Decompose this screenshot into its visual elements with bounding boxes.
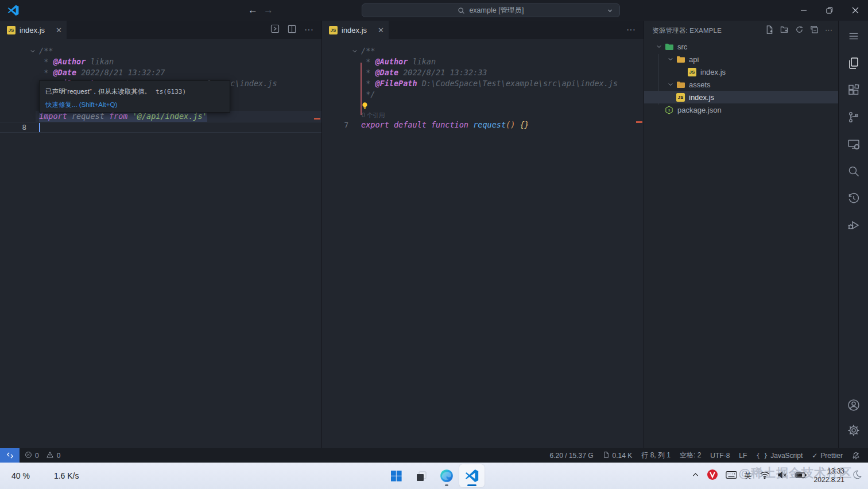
editor-left[interactable]: /** * @Author likan * @Date 2022/8/21 13… <box>0 39 321 448</box>
new-folder-icon[interactable] <box>780 25 789 36</box>
explorer-item-package.json[interactable]: spackage.json <box>644 103 838 116</box>
code-line[interactable]: * @Date 2022/8/21 13:32:33 <box>322 67 644 78</box>
task-view-button[interactable] <box>409 464 434 487</box>
collapse-all-icon[interactable] <box>810 25 819 36</box>
volume-muted-icon[interactable] <box>777 471 788 482</box>
vscode-taskbar-button[interactable] <box>459 464 485 487</box>
forward-arrow-icon[interactable]: → <box>264 5 273 16</box>
tree-chevron-icon[interactable] <box>665 82 676 87</box>
remote-explorer-icon[interactable] <box>846 137 861 152</box>
tab-close-icon[interactable]: ✕ <box>378 26 384 34</box>
more-actions-icon[interactable]: ··· <box>626 25 636 35</box>
fold-slot <box>348 67 361 78</box>
lightbulb-icon[interactable] <box>361 102 369 110</box>
explorer-item-index.js[interactable]: JSindex.js <box>644 66 838 78</box>
code-line[interactable]: 7export default function request() {} <box>322 120 644 130</box>
editor-right[interactable]: /** * @Author likan * @Date 2022/8/21 13… <box>322 39 644 448</box>
command-center-search[interactable]: example [管理员] <box>362 3 620 17</box>
close-icon[interactable] <box>842 0 868 21</box>
tree-chevron-icon[interactable] <box>653 44 665 49</box>
file-label: assets <box>689 80 711 89</box>
tree-chevron-icon[interactable] <box>665 56 676 62</box>
notifications-muted-icon[interactable] <box>852 452 860 460</box>
search-icon[interactable] <box>846 164 861 179</box>
tray-clock[interactable]: 13:33 2022.8.21 <box>814 467 844 484</box>
history-icon[interactable] <box>846 191 861 206</box>
code-line[interactable]: /** <box>0 45 321 56</box>
tab-index-js-left[interactable]: JS index.js ✕ <box>0 21 67 39</box>
touch-keyboard-icon[interactable] <box>726 471 737 482</box>
file-label: package.json <box>677 106 722 114</box>
code-line[interactable]: */ <box>322 89 644 100</box>
refresh-icon[interactable] <box>795 25 804 36</box>
codelens-references[interactable]: 0 个引用 <box>322 111 644 120</box>
tray-chevron-up-icon[interactable] <box>692 471 699 481</box>
code-line[interactable]: * @Author likan <box>0 56 321 67</box>
code-line[interactable]: /** <box>322 45 644 56</box>
code-line[interactable] <box>322 100 644 111</box>
explorer-item-index.js[interactable]: JSindex.js <box>644 91 838 103</box>
minimize-icon[interactable] <box>790 0 816 21</box>
code-line[interactable]: * @Date 2022/8/21 13:32:27 <box>0 67 321 78</box>
line-content: /** <box>39 45 53 56</box>
text-cursor <box>39 123 40 132</box>
eol-sequence[interactable]: LF <box>739 452 747 460</box>
indentation[interactable]: 空格: 2 <box>680 451 701 460</box>
cursor-position[interactable]: 行 8, 列 1 <box>641 451 671 460</box>
fold-chevron-icon[interactable] <box>26 45 39 56</box>
code-token: @FilePath <box>375 78 417 89</box>
code-token: function <box>431 120 468 130</box>
v2ray-icon[interactable] <box>707 469 718 483</box>
extensions-icon[interactable] <box>846 83 861 98</box>
split-editor-icon[interactable] <box>288 25 296 36</box>
back-arrow-icon[interactable]: ← <box>248 5 258 16</box>
tab-close-icon[interactable]: ✕ <box>56 26 62 34</box>
tab-index-js-right[interactable]: JS index.js ✕ <box>322 21 389 39</box>
explorer-item-api[interactable]: api <box>644 53 838 66</box>
new-file-icon[interactable] <box>765 25 774 36</box>
network-speed[interactable]: 1.6 K/s <box>54 471 79 480</box>
js-icon: JS <box>676 93 687 102</box>
quick-fix-link[interactable]: 快速修复... (Shift+Alt+Q) <box>45 101 224 109</box>
night-mode-icon[interactable] <box>852 469 862 482</box>
cpu-usage[interactable]: 40 % <box>11 471 30 480</box>
more-actions-icon[interactable]: ··· <box>304 25 313 35</box>
line-number <box>322 56 348 67</box>
battery-icon[interactable] <box>795 471 807 481</box>
encoding[interactable]: UTF-8 <box>710 452 730 460</box>
svg-text:s: s <box>668 107 670 113</box>
account-icon[interactable] <box>846 398 861 413</box>
errors-count[interactable]: 0 <box>35 452 39 460</box>
code-line[interactable]: * @FilePath D:\CodeSpace\Test\example\sr… <box>322 78 644 89</box>
edge-browser-button[interactable] <box>434 464 459 487</box>
settings-gear-icon[interactable] <box>846 423 861 438</box>
more-actions-icon[interactable]: ··· <box>825 25 832 36</box>
chevron-down-icon[interactable] <box>606 7 614 16</box>
explorer-icon[interactable] <box>846 56 861 71</box>
code-line[interactable]: * @Author likan <box>322 56 644 67</box>
language-mode[interactable]: { } JavaScript <box>756 452 803 460</box>
run-debug-icon[interactable] <box>846 218 861 233</box>
windows-start-button[interactable] <box>383 464 409 487</box>
run-code-icon[interactable] <box>270 24 280 36</box>
wifi-icon[interactable] <box>760 471 770 482</box>
code-token: default <box>394 120 427 130</box>
explorer-item-assets[interactable]: assets <box>644 78 838 91</box>
errors-icon[interactable] <box>25 451 32 460</box>
warnings-count[interactable]: 0 <box>57 452 61 460</box>
code-line[interactable]: 8 <box>0 122 321 133</box>
fold-slot <box>26 78 39 89</box>
menu-icon[interactable] <box>846 29 861 44</box>
warnings-icon[interactable] <box>46 451 54 460</box>
tooltip-error-code: ts(6133) <box>156 88 186 95</box>
explorer-item-src[interactable]: src <box>644 40 838 53</box>
activity-bar <box>838 21 868 448</box>
memory-usage[interactable]: 6.20 / 15.37 G <box>550 452 594 460</box>
formatter-status[interactable]: ✓ Prettier <box>812 452 843 460</box>
ime-indicator[interactable]: 英 <box>745 471 752 481</box>
source-control-icon[interactable] <box>846 110 861 125</box>
remote-indicator[interactable] <box>0 448 20 463</box>
fold-chevron-icon[interactable] <box>348 45 361 56</box>
restore-icon[interactable] <box>816 0 842 21</box>
code-token: request <box>473 120 506 130</box>
